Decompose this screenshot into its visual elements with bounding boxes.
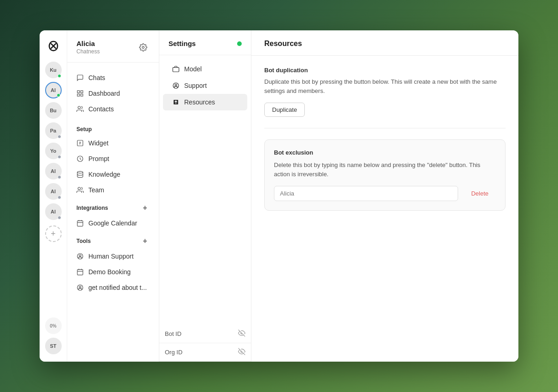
settings-nav: Model Support Resources [159,55,251,116]
settings-bottom: Bot ID Org ID [159,325,251,362]
bot-name-input[interactable] [274,186,458,201]
sidebar-item-label-widget: Widget [88,139,109,147]
sidebar-item-label-demo-booking: Demo Booking [88,268,131,276]
svg-rect-22 [173,68,179,72]
sidebar-item-label-team: Team [88,186,104,194]
avatar-bu[interactable]: Bu [45,102,62,119]
avatar-pa[interactable]: Pa [45,122,62,139]
tools-section-title: Tools + [67,231,159,248]
sidebar-item-dashboard[interactable]: Dashboard [67,86,159,101]
sidebar-item-chats[interactable]: Chats [67,70,159,86]
svg-rect-4 [77,94,80,96]
nav-user-info: Alicia Chatness [76,40,100,55]
sidebar-item-label-chats: Chats [88,74,105,81]
gear-button[interactable] [137,41,150,54]
settings-nav-label-support: Support [184,82,207,89]
bot-duplication-description: Duplicate this bot by pressing the butto… [264,77,506,95]
divider [264,128,506,128]
sidebar-item-contacts[interactable]: Contacts [67,101,159,117]
svg-point-14 [77,254,83,259]
sidebar-item-label-google-calendar: Google Calendar [88,219,137,227]
svg-point-8 [77,171,83,173]
duplicate-button[interactable]: Duplicate [264,103,305,117]
sidebar-item-human-support[interactable]: Human Support [67,248,159,264]
main-body: Bot duplication Duplicate this bot by pr… [251,56,518,362]
add-workspace-button[interactable]: + [45,225,62,242]
main-header: Resources [251,30,518,56]
delete-button[interactable]: Delete [464,186,496,201]
nav-sidebar: Alicia Chatness Chats Dashboard Co [67,30,159,362]
settings-panel: Settings Model Support Resources [159,30,251,362]
bot-duplication-heading: Bot duplication [264,67,506,74]
svg-point-0 [142,46,145,48]
svg-point-15 [79,255,81,257]
main-content: Resources Bot duplication Duplicate this… [251,30,518,362]
nav-user-name: Alicia [76,40,100,47]
sidebar-item-google-calendar[interactable]: Google Calendar [67,215,159,231]
sidebar-item-label-dashboard: Dashboard [88,90,120,97]
settings-nav-support[interactable]: Support [163,77,247,94]
icon-sidebar: Ku Al Bu Pa Yo Al Al Al + 0% ST [40,30,67,362]
sidebar-item-demo-booking[interactable]: Demo Booking [67,264,159,280]
page-title: Resources [264,40,506,48]
bot-exclusion-box: Bot exclusion Delete this bot by typing … [264,139,506,211]
svg-rect-1 [77,91,80,93]
avatar-al-3[interactable]: Al [45,183,62,200]
sidebar-item-team[interactable]: Team [67,182,159,198]
nav-user-sub: Chatness [76,48,100,55]
sidebar-item-label-get-notified: get notified about t... [88,284,147,291]
svg-point-21 [79,286,81,288]
bot-id-row: Bot ID [159,325,251,343]
bot-exclusion-heading: Bot exclusion [274,149,496,156]
sidebar-item-label-human-support: Human Support [88,253,134,260]
svg-point-24 [175,84,177,86]
avatar-al-1[interactable]: Al [45,82,62,98]
settings-nav-label-resources: Resources [184,98,215,106]
svg-point-9 [78,187,80,190]
sidebar-item-label-contacts: Contacts [88,105,114,113]
tools-add-button[interactable]: + [140,236,150,246]
svg-point-5 [78,106,80,109]
sidebar-item-label-knowledge: Knowledge [88,171,120,178]
bot-id-eye-icon[interactable] [238,329,245,338]
org-id-label: Org ID [165,349,182,356]
settings-status-dot [237,41,242,46]
svg-rect-2 [81,91,83,93]
org-id-row: Org ID [159,343,251,362]
sidebar-item-label-prompt: Prompt [88,155,109,162]
integrations-add-button[interactable]: + [140,203,150,213]
avatar-ku[interactable]: Ku [45,62,62,78]
settings-title: Settings [169,40,196,47]
settings-nav-resources[interactable]: Resources [163,94,247,110]
setup-section-title: Setup [67,121,159,135]
sidebar-item-knowledge[interactable]: Knowledge [67,167,159,182]
sidebar-item-prompt[interactable]: Prompt [67,151,159,167]
integrations-section-title: Integrations + [67,198,159,215]
settings-nav-model[interactable]: Model [163,61,247,77]
svg-rect-10 [77,221,83,226]
progress-indicator[interactable]: 0% [45,317,62,334]
sidebar-item-widget[interactable]: Widget [67,135,159,151]
avatar-al-2[interactable]: Al [45,163,62,179]
nav-section-main: Chats Dashboard Contacts [67,63,159,121]
nav-header: Alicia Chatness [67,30,159,63]
svg-rect-16 [77,270,83,275]
app-window: Ku Al Bu Pa Yo Al Al Al + 0% ST Alicia C… [40,30,518,362]
svg-point-20 [77,285,83,290]
avatar-yo[interactable]: Yo [45,143,62,159]
avatar-st[interactable]: ST [45,338,62,354]
bot-exclusion-actions: Delete [274,186,496,201]
svg-point-23 [173,83,179,88]
sidebar-item-get-notified[interactable]: get notified about t... [67,280,159,295]
bot-exclusion-description: Delete this bot by typing its name below… [274,161,496,179]
settings-header: Settings [159,30,251,55]
org-id-eye-icon[interactable] [238,348,245,357]
bot-id-label: Bot ID [165,330,181,337]
avatar-al-4[interactable]: Al [45,203,62,220]
settings-nav-label-model: Model [184,65,202,73]
logo [45,38,62,54]
svg-rect-3 [81,94,83,96]
